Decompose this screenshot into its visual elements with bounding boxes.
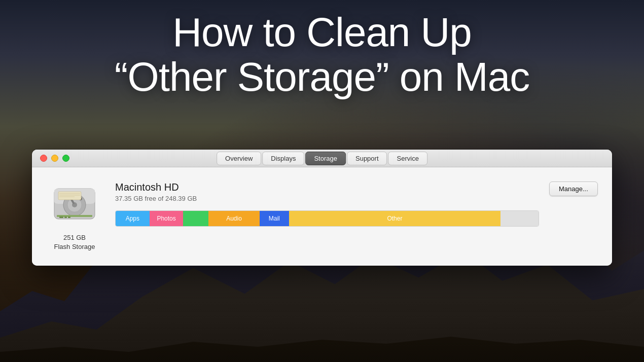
bar-segment-free [500, 211, 539, 226]
title-line2: “Other Storage” on Mac [115, 54, 529, 99]
mac-window: Overview Displays Storage Support Servic… [32, 150, 612, 266]
bar-segment-other: Other [289, 211, 500, 226]
tab-support[interactable]: Support [347, 152, 387, 165]
maximize-button[interactable] [62, 155, 69, 162]
svg-rect-9 [64, 216, 67, 218]
tab-service[interactable]: Service [388, 152, 427, 165]
close-button[interactable] [40, 155, 47, 162]
bar-segment-audio: Audio [208, 211, 259, 226]
disk-info: Macintosh HD 37.35 GB free of 248.39 GB … [115, 179, 539, 227]
manage-button[interactable]: Manage... [549, 182, 598, 196]
disk-icon-section: 251 GB Flash Storage [44, 179, 105, 251]
audio-label: Audio [226, 215, 242, 222]
bar-segment-green [183, 211, 208, 226]
disk-name: Macintosh HD [115, 182, 539, 193]
window-titlebar: Overview Displays Storage Support Servic… [32, 150, 612, 167]
storage-bar: Apps Photos Audio Mail Other [115, 210, 539, 227]
window-tabs: Overview Displays Storage Support Servic… [217, 152, 427, 165]
tab-overview[interactable]: Overview [217, 152, 261, 165]
mail-label: Mail [269, 215, 280, 222]
title-line1: How to Clean Up [172, 10, 472, 55]
disk-capacity-label: 251 GB Flash Storage [54, 233, 95, 251]
disk-icon [49, 179, 100, 230]
other-label: Other [387, 215, 402, 222]
svg-rect-11 [58, 192, 81, 200]
bar-segment-photos: Photos [150, 211, 184, 226]
photos-label: Photos [157, 215, 175, 222]
tab-displays[interactable]: Displays [262, 152, 304, 165]
svg-rect-10 [68, 216, 70, 218]
manage-section: Manage... [549, 179, 600, 196]
tab-storage[interactable]: Storage [305, 152, 346, 165]
bar-segment-mail: Mail [260, 211, 289, 226]
traffic-lights [40, 155, 69, 162]
window-content: 251 GB Flash Storage Macintosh HD 37.35 … [32, 167, 612, 266]
bar-segment-apps: Apps [116, 211, 150, 226]
title-container: How to Clean Up “Other Storage” on Mac [0, 10, 644, 99]
disk-free-space: 37.35 GB free of 248.39 GB [115, 195, 539, 202]
article-title: How to Clean Up “Other Storage” on Mac [0, 10, 644, 99]
apps-label: Apps [126, 215, 139, 222]
minimize-button[interactable] [51, 155, 58, 162]
svg-rect-8 [59, 216, 63, 218]
